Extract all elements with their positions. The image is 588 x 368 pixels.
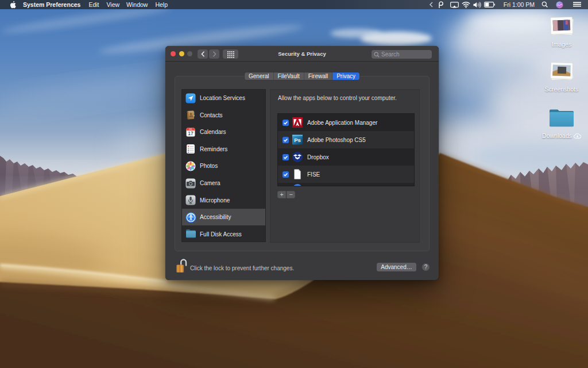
svg-text:17: 17 <box>188 131 194 136</box>
svg-text:Ps: Ps <box>294 137 301 143</box>
